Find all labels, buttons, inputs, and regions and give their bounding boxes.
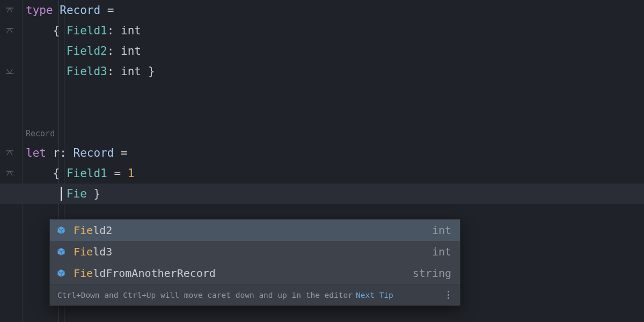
token-sp [60, 24, 67, 37]
token-kw: let [26, 147, 46, 159]
code-line[interactable]: { Field1 = 1 [26, 163, 644, 184]
token-sp [114, 147, 121, 159]
fold-handle-icon[interactable] [5, 149, 14, 157]
token-sp [26, 45, 67, 57]
token-pun: = [114, 167, 121, 180]
token-idn: r [53, 147, 60, 159]
token-sp [53, 4, 60, 17]
code-line[interactable] [26, 102, 644, 122]
completion-popup: Field2intField3intFieldFromAnotherRecord… [49, 219, 460, 306]
token-pun: : [60, 147, 67, 159]
token-fldn: Fie [67, 187, 87, 200]
fold-handle-icon[interactable] [5, 26, 14, 35]
token-sp [121, 167, 128, 180]
token-pun: } [148, 65, 155, 78]
code-line[interactable]: Record [26, 122, 644, 143]
token-sp [100, 4, 107, 17]
code-line[interactable]: type Record = [26, 0, 644, 20]
more-icon[interactable] [444, 291, 452, 299]
completion-item[interactable]: Field3int [50, 241, 460, 262]
token-fldn: Field2 [67, 45, 107, 57]
token-sp [114, 45, 121, 57]
token-sp [46, 147, 53, 159]
token-fldn: Field1 [67, 24, 107, 37]
completion-label: Field3 [74, 241, 425, 262]
completion-item[interactable]: FieldFromAnotherRecordstring [50, 262, 460, 284]
token-sp [26, 24, 53, 37]
code-line[interactable]: { Field1: int [26, 20, 644, 41]
gutter [0, 0, 23, 322]
token-sp [114, 65, 121, 78]
token-pun: = [107, 4, 114, 17]
completion-type: int [432, 241, 451, 262]
token-pun: } [93, 187, 100, 200]
fold-handle-icon[interactable] [5, 169, 14, 178]
token-kw: type [26, 4, 53, 17]
token-sp [26, 167, 53, 180]
token-sp [107, 167, 114, 180]
token-sp [87, 187, 94, 200]
code-line[interactable] [26, 82, 644, 102]
code-line[interactable]: let r: Record = [26, 143, 644, 163]
completion-label: Field2 [74, 220, 425, 240]
token-typn: Record [74, 147, 114, 159]
code-line[interactable]: Field2: int [26, 41, 644, 61]
field-icon [56, 268, 66, 278]
token-pun: : [107, 45, 114, 57]
code-line[interactable]: Fie } [0, 184, 644, 204]
completion-label: FieldFromAnotherRecord [74, 263, 405, 283]
fold-handle-icon[interactable] [5, 6, 14, 14]
token-typn: Record [60, 4, 100, 17]
token-sp [114, 24, 121, 37]
code-line[interactable]: Field3: int } [26, 61, 644, 82]
token-pun: : [107, 24, 114, 37]
next-tip-link[interactable]: Next Tip [356, 285, 393, 305]
token-pun: : [107, 65, 114, 78]
token-tyn2: int [121, 24, 141, 37]
token-fldn: Field3 [67, 65, 107, 78]
inlay-hint: Record [26, 129, 55, 138]
token-pun: = [121, 147, 128, 159]
token-pun: { [53, 167, 60, 180]
token-sp [67, 147, 74, 159]
text-caret [61, 187, 62, 201]
token-sp [60, 167, 67, 180]
token-sp [26, 65, 67, 78]
completion-hint: Ctrl+Down and Ctrl+Up will move caret do… [57, 285, 353, 305]
completion-footer: Ctrl+Down and Ctrl+Up will move caret do… [50, 284, 460, 305]
token-pun: { [53, 24, 60, 37]
completion-type: int [432, 220, 451, 240]
token-sp [141, 65, 148, 78]
completion-item[interactable]: Field2int [50, 219, 460, 241]
token-tyn2: int [121, 65, 141, 78]
completion-type: string [413, 263, 451, 283]
field-icon [56, 225, 66, 235]
token-tyn2: int [121, 45, 141, 57]
fold-handle-icon[interactable] [5, 67, 14, 76]
field-icon [56, 247, 66, 257]
token-num: 1 [128, 167, 135, 180]
token-fldn: Field1 [67, 167, 107, 180]
